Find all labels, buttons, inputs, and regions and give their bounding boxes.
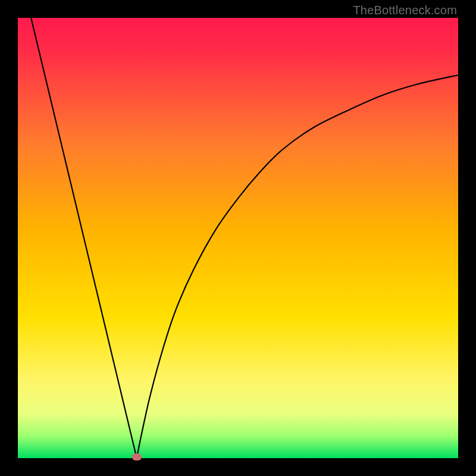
chart-frame [18,18,458,458]
watermark-text: TheBottleneck.com [353,4,457,17]
minimum-marker [132,453,142,461]
bottleneck-chart [18,18,458,458]
